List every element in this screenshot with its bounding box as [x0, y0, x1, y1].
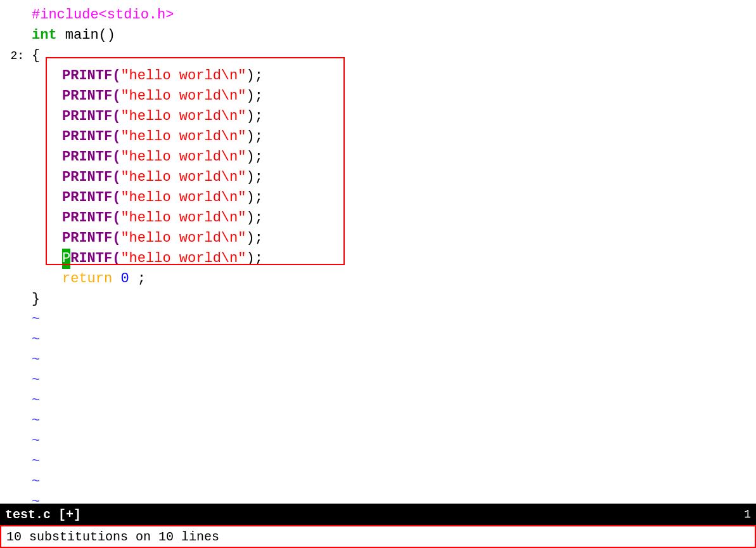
printf-fn-6: PRINTF(	[62, 169, 120, 185]
return-line: return 0 ;	[0, 269, 756, 289]
line-content-p2: PRINTF("hello world\n");	[32, 86, 751, 107]
return-value: 0	[120, 271, 129, 287]
printf-str-3: "hello world\n"	[120, 108, 246, 124]
status-message: 10 substitutions on 10 lines	[6, 530, 219, 544]
printf-fn-5: PRINTF(	[62, 149, 120, 165]
status-filename: test.c [+]	[5, 507, 81, 522]
tilde-line-8: ~	[0, 452, 756, 472]
printf-fn-7: PRINTF(	[62, 190, 120, 206]
main-fn: main()	[65, 27, 115, 43]
printf-line-2: PRINTF("hello world\n");	[0, 86, 756, 107]
printf-end-2: );	[246, 88, 262, 104]
printf-line-6: PRINTF("hello world\n");	[0, 167, 756, 188]
line-number-3: 2:	[5, 48, 24, 64]
tilde-line-2: ~	[0, 330, 756, 350]
line-content-p7: PRINTF("hello world\n");	[32, 188, 751, 208]
printf-fn-4: PRINTF(	[62, 129, 120, 145]
close-brace-line: }	[0, 289, 756, 310]
line-content-t8: ~	[32, 452, 751, 472]
line-content-ret: return 0 ;	[32, 269, 751, 289]
keyword-int: int	[32, 27, 57, 43]
tilde-line-7: ~	[0, 431, 756, 452]
line-3: 2: {	[0, 46, 756, 66]
tilde-6: ~	[32, 413, 40, 429]
line-content-t1: ~	[32, 310, 751, 330]
printf-str-1: "hello world\n"	[120, 68, 246, 84]
line-content-p4: PRINTF("hello world\n");	[32, 127, 751, 147]
tilde-5: ~	[32, 393, 40, 408]
line-content-p8: PRINTF("hello world\n");	[32, 208, 751, 228]
printf-line-10: PRINTF("hello world\n");	[0, 249, 756, 269]
printf-str-2: "hello world\n"	[120, 88, 246, 104]
printf-str-7: "hello world\n"	[120, 190, 246, 206]
printf-end-5: );	[246, 149, 262, 165]
line-content-t10: ~	[32, 492, 751, 504]
line-content-3: {	[32, 46, 751, 66]
tilde-line-6: ~	[0, 411, 756, 431]
close-brace: }	[32, 291, 40, 307]
line-content-p6: PRINTF("hello world\n");	[32, 167, 751, 188]
printf-fn-2: PRINTF(	[62, 88, 120, 104]
printf-line-9: PRINTF("hello world\n");	[0, 228, 756, 249]
printf-str-10: "hello world\n"	[120, 251, 246, 266]
line-content-2: int main()	[32, 25, 751, 46]
printf-fn-1: PRINTF(	[62, 68, 120, 84]
printf-str-4: "hello world\n"	[120, 129, 246, 145]
printf-fn-9: PRINTF(	[62, 230, 120, 246]
printf-line-4: PRINTF("hello world\n");	[0, 127, 756, 147]
printf-end-1: );	[246, 68, 262, 84]
printf-end-6: );	[246, 169, 262, 185]
line-content-t7: ~	[32, 431, 751, 452]
line-content-t6: ~	[32, 411, 751, 431]
return-semi: ;	[138, 271, 146, 287]
printf-line-5: PRINTF("hello world\n");	[0, 147, 756, 167]
printf-line-8: PRINTF("hello world\n");	[0, 208, 756, 228]
printf-str-8: "hello world\n"	[120, 210, 246, 226]
printf-str-6: "hello world\n"	[120, 169, 246, 185]
code-area[interactable]: #include<stdio.h> int main() 2: { PRINTF…	[0, 0, 756, 504]
tilde-line-9: ~	[0, 472, 756, 492]
status-col: 1	[744, 508, 751, 521]
tilde-4: ~	[32, 372, 40, 388]
tilde-3: ~	[32, 352, 40, 368]
line-2: int main()	[0, 25, 756, 46]
keyword-return: return	[62, 271, 112, 287]
line-content-p5: PRINTF("hello world\n");	[32, 147, 751, 167]
tilde-line-4: ~	[0, 370, 756, 391]
tilde-line-5: ~	[0, 391, 756, 411]
tilde-2: ~	[32, 332, 40, 348]
tilde-line-1: ~	[0, 310, 756, 330]
cursor: P	[62, 249, 70, 269]
include-directive: #include<stdio.h>	[32, 7, 174, 23]
printf-fn-10: RINTF(	[70, 251, 120, 266]
line-content-t2: ~	[32, 330, 751, 350]
printf-end-7: );	[246, 190, 262, 206]
printf-end-8: );	[246, 210, 262, 226]
tilde-line-3: ~	[0, 350, 756, 370]
printf-line-1: PRINTF("hello world\n");	[0, 66, 756, 86]
open-brace: {	[32, 48, 40, 63]
printf-line-3: PRINTF("hello world\n");	[0, 107, 756, 127]
tilde-9: ~	[32, 474, 40, 490]
line-content-t9: ~	[32, 472, 751, 492]
tilde-1: ~	[32, 311, 40, 327]
printf-str-5: "hello world\n"	[120, 149, 246, 165]
line-content-t4: ~	[32, 370, 751, 391]
tilde-8: ~	[32, 453, 40, 469]
editor: #include<stdio.h> int main() 2: { PRINTF…	[0, 0, 756, 548]
line-1: #include<stdio.h>	[0, 5, 756, 25]
line-content-1: #include<stdio.h>	[32, 5, 751, 25]
printf-end-4: );	[246, 129, 262, 145]
line-content-cb: }	[32, 289, 751, 310]
printf-line-7: PRINTF("hello world\n");	[0, 188, 756, 208]
tilde-line-10: ~	[0, 492, 756, 504]
printf-end-3: );	[246, 108, 262, 124]
line-content-p10: PRINTF("hello world\n");	[32, 249, 751, 269]
line-content-t5: ~	[32, 391, 751, 411]
line-content-t3: ~	[32, 350, 751, 370]
tilde-7: ~	[32, 433, 40, 449]
tilde-10: ~	[32, 494, 40, 504]
printf-str-9: "hello world\n"	[120, 230, 246, 246]
printf-fn-3: PRINTF(	[62, 108, 120, 124]
line-content-p1: PRINTF("hello world\n");	[32, 66, 751, 86]
